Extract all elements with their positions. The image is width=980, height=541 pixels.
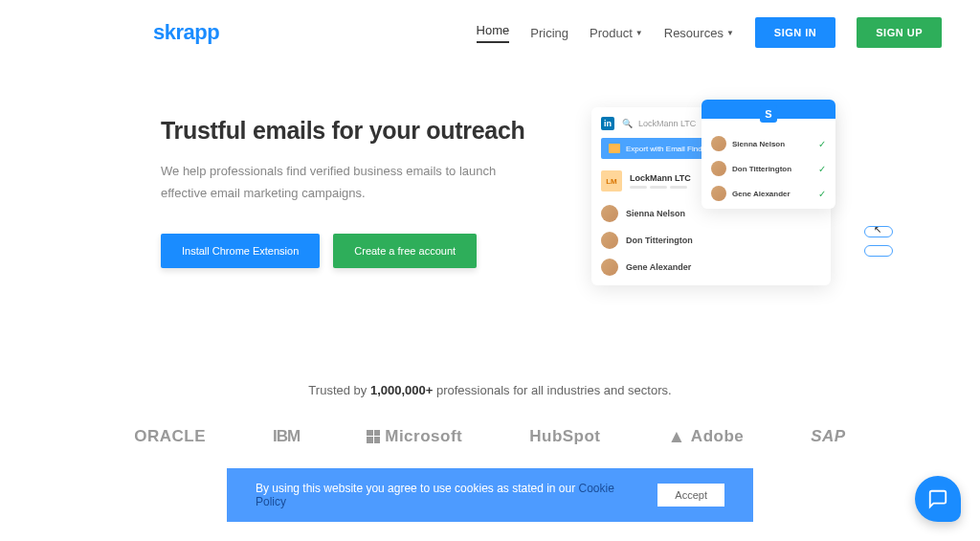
nav-pricing[interactable]: Pricing <box>530 26 568 40</box>
check-icon: ✓ <box>818 164 826 174</box>
trusted-section: Trusted by 1,000,000+ professionals for … <box>0 306 980 495</box>
cookie-banner: By using this website you agree to use c… <box>227 468 753 522</box>
check-icon: ✓ <box>818 139 826 149</box>
avatar <box>711 186 726 201</box>
avatar <box>711 161 726 176</box>
popup-person-row: Gene Alexander✓ <box>711 186 826 201</box>
nav-home[interactable]: Home <box>477 23 510 43</box>
trusted-text: Trusted by 1,000,000+ professionals for … <box>0 383 980 397</box>
microsoft-icon <box>367 430 380 443</box>
folder-icon <box>609 144 620 153</box>
nav-resources[interactable]: Resources▼ <box>664 26 734 40</box>
hero-text: Trustful emails for your outreach We hel… <box>161 117 544 268</box>
hero-section: Trustful emails for your outreach We hel… <box>0 59 980 306</box>
hero-buttons: Install Chrome Extension Create a free a… <box>161 234 544 268</box>
ibm-logo: IBM <box>273 427 300 446</box>
popup-person-row: Don Titterington✓ <box>711 161 826 176</box>
company-badge: LM <box>601 170 622 192</box>
microsoft-logo: Microsoft <box>367 427 462 446</box>
cookie-text: By using this website you agree to use c… <box>256 482 629 508</box>
mockup-person-row: Gene Alexander <box>601 259 821 276</box>
avatar <box>601 232 618 249</box>
mockup-person-row: Don Titterington <box>601 232 821 249</box>
avatar <box>711 136 726 151</box>
signin-button[interactable]: SIGN IN <box>755 17 835 48</box>
install-extension-button[interactable]: Install Chrome Extension <box>161 234 320 268</box>
signup-button[interactable]: SIGN UP <box>857 17 942 48</box>
skrapp-badge-icon: S <box>760 105 777 123</box>
check-icon: ✓ <box>818 189 826 199</box>
toggle-icon <box>864 245 893 257</box>
hero-title: Trustful emails for your outreach <box>161 117 544 145</box>
chevron-down-icon: ▼ <box>726 29 734 37</box>
avatar <box>601 259 618 276</box>
brand-logos: ORACLE IBM Microsoft HubSpot ▲Adobe SAP <box>0 397 980 476</box>
hubspot-logo: HubSpot <box>529 427 600 446</box>
mockup-popup: S Sienna Nelson✓ Don Titterington✓ Gene … <box>702 100 835 209</box>
cursor-icon: ↖ <box>874 224 881 235</box>
hero-subtitle: We help professionals find verified busi… <box>161 160 544 205</box>
popup-person-row: Sienna Nelson✓ <box>711 136 826 151</box>
nav-product[interactable]: Product▼ <box>590 26 643 40</box>
mockup-search: 🔍 LockMann LTC <box>622 119 696 128</box>
adobe-icon: ▲ <box>668 426 686 447</box>
cookie-accept-button[interactable]: Accept <box>657 484 724 507</box>
chevron-down-icon: ▼ <box>635 29 643 37</box>
logo[interactable]: skrapp <box>153 20 219 45</box>
navbar: skrapp Home Pricing Product▼ Resources▼ … <box>0 0 980 59</box>
avatar <box>601 205 618 222</box>
nav-links: Home Pricing Product▼ Resources▼ SIGN IN… <box>477 17 942 48</box>
create-account-button[interactable]: Create a free account <box>333 234 477 268</box>
hero-illustration: in 🔍 LockMann LTC Export with Email Find… <box>582 117 942 268</box>
chat-icon <box>927 488 948 509</box>
chat-widget-button[interactable] <box>915 476 961 522</box>
company-name: LockMann LTC <box>630 173 691 183</box>
linkedin-icon: in <box>601 117 614 130</box>
sap-logo: SAP <box>811 427 845 446</box>
oracle-logo: ORACLE <box>134 427 206 446</box>
adobe-logo: ▲Adobe <box>668 426 745 447</box>
